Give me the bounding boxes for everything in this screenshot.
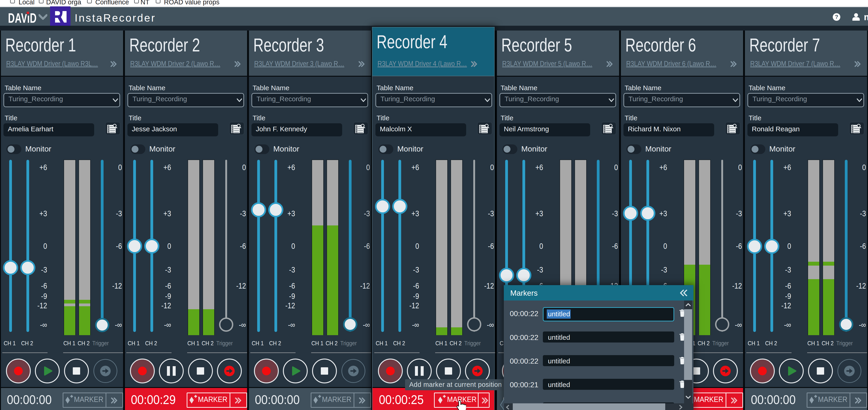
svg-text:?: ? (835, 14, 838, 20)
